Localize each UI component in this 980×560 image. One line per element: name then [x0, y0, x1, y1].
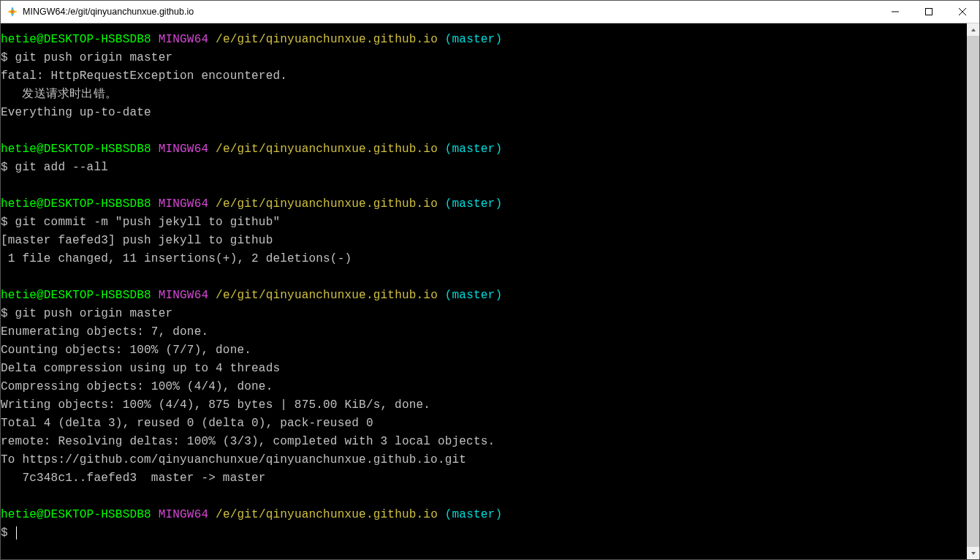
client-area: hetie@DESKTOP-HSBSDB8 MINGW64 /e/git/qin…: [1, 23, 979, 559]
svg-marker-8: [971, 552, 976, 555]
window-title: MINGW64:/e/git/qinyuanchunxue.github.io: [23, 1, 878, 23]
terminal-output[interactable]: hetie@DESKTOP-HSBSDB8 MINGW64 /e/git/qin…: [1, 23, 967, 559]
maximize-button[interactable]: [912, 1, 946, 23]
window-controls: [878, 1, 979, 23]
svg-point-2: [12, 11, 14, 13]
titlebar[interactable]: MINGW64:/e/git/qinyuanchunxue.github.io: [1, 1, 979, 23]
vertical-scrollbar[interactable]: [967, 23, 979, 559]
scroll-track[interactable]: [967, 36, 979, 547]
svg-rect-4: [926, 9, 932, 15]
svg-marker-7: [971, 29, 976, 31]
scroll-thumb[interactable]: [967, 36, 979, 547]
close-button[interactable]: [946, 1, 979, 23]
app-window: MINGW64:/e/git/qinyuanchunxue.github.io …: [0, 0, 980, 560]
minimize-button[interactable]: [878, 1, 912, 23]
scroll-up-button[interactable]: [967, 23, 979, 36]
app-icon: [7, 6, 18, 18]
scroll-down-button[interactable]: [967, 547, 979, 559]
